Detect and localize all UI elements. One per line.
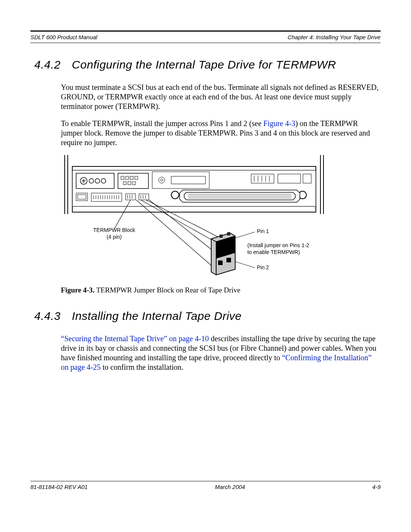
svg-rect-59 — [278, 174, 301, 183]
label-install-l2: to enable TERMPWR) — [247, 249, 300, 255]
running-header: SDLT 600 Product Manual Chapter 4: Insta… — [30, 34, 381, 43]
footer-gap — [30, 380, 381, 479]
svg-rect-40 — [139, 194, 149, 200]
svg-rect-36 — [126, 194, 135, 200]
svg-rect-71 — [218, 261, 222, 265]
label-pin-1: Pin 1 — [257, 228, 269, 234]
svg-rect-33 — [123, 182, 126, 185]
heading-title: Configuring the Internal Tape Drive for … — [72, 58, 336, 71]
footer-center: March 2004 — [215, 484, 245, 490]
svg-rect-60 — [303, 174, 311, 183]
footer-right: 4-9 — [372, 484, 381, 490]
svg-rect-28 — [118, 173, 148, 189]
svg-rect-31 — [130, 176, 133, 179]
svg-point-8 — [89, 179, 94, 183]
heading-4-4-2: 4.4.2 Configuring the Internal Tape Driv… — [34, 58, 381, 71]
svg-point-9 — [95, 179, 100, 183]
svg-rect-53 — [251, 174, 274, 183]
heading-4-4-3: 4.4.3 Installing the Internal Tape Drive — [34, 310, 381, 323]
para-442-2: To enable TERMPWR, install the jumper ac… — [61, 119, 381, 147]
svg-rect-35 — [132, 182, 135, 185]
figure-4-3: TERMPWR Block (4 pin) Pin 1 (Install jum… — [61, 155, 381, 282]
figure-caption-text: TERMPWR Jumper Block on Rear of Tape Dri… — [96, 286, 241, 294]
figure-caption-bold: Figure 4-3. — [61, 286, 94, 294]
header-hairline — [30, 43, 381, 43]
para-442-2a: To enable TERMPWR, install the jumper ac… — [61, 119, 263, 128]
header-right: Chapter 4: Installing Your Tape Drive — [288, 34, 381, 40]
para-442-1: You must terminate a SCSI bus at each en… — [61, 83, 381, 111]
link-securing-drive[interactable]: “Securing the Internal Tape Drive” on pa… — [61, 334, 209, 343]
svg-rect-32 — [135, 176, 138, 179]
para-443-1: “Securing the Internal Tape Drive” on pa… — [61, 334, 381, 372]
svg-rect-30 — [126, 176, 129, 179]
page: SDLT 600 Product Manual Chapter 4: Insta… — [0, 0, 411, 505]
para-443-b: to confirm the installation. — [100, 363, 183, 371]
svg-rect-29 — [121, 176, 124, 179]
link-figure-4-3[interactable]: Figure 4-3 — [263, 119, 295, 128]
svg-point-48 — [171, 191, 179, 199]
svg-rect-72 — [227, 258, 231, 262]
svg-rect-34 — [128, 182, 131, 185]
svg-point-10 — [101, 179, 106, 183]
running-footer: 81-81184-02 REV A01 March 2004 4-9 — [30, 481, 381, 490]
heading-number: 4.4.2 — [34, 58, 68, 71]
top-heavy-rule — [30, 30, 381, 32]
heading-title: Installing the Internal Tape Drive — [72, 310, 242, 322]
svg-line-75 — [235, 232, 255, 238]
svg-rect-47 — [171, 176, 206, 184]
header-left: SDLT 600 Product Manual — [30, 34, 97, 40]
svg-rect-14 — [78, 195, 86, 199]
svg-line-76 — [235, 262, 255, 268]
label-pin-2: Pin 2 — [257, 264, 269, 270]
label-termpwr-block-l2: (4 pin) — [107, 234, 122, 240]
figure-caption: Figure 4-3. TERMPWR Jumper Block on Rear… — [61, 286, 381, 294]
heading-number: 4.4.3 — [34, 310, 68, 323]
label-install-l1: (Install jumper on Pins 1-2 — [247, 242, 309, 248]
svg-point-46 — [161, 179, 163, 181]
figure-svg: TERMPWR Block (4 pin) Pin 1 (Install jum… — [61, 155, 327, 281]
label-termpwr-block-l1: TERMPWR Block — [93, 227, 135, 233]
svg-rect-74 — [228, 233, 230, 235]
svg-rect-73 — [220, 235, 222, 237]
footer-left: 81-81184-02 REV A01 — [30, 484, 88, 490]
